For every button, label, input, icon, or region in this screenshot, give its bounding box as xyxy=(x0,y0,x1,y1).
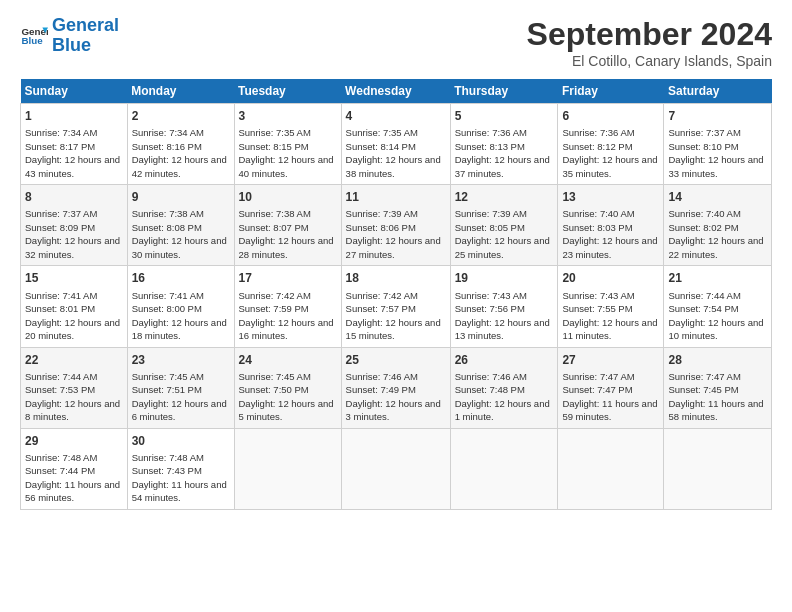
calendar-row-2: 8 Sunrise: 7:37 AMSunset: 8:09 PMDayligh… xyxy=(21,185,772,266)
table-row: 4 Sunrise: 7:35 AMSunset: 8:14 PMDayligh… xyxy=(341,104,450,185)
table-row: 19 Sunrise: 7:43 AMSunset: 7:56 PMDaylig… xyxy=(450,266,558,347)
header-sunday: Sunday xyxy=(21,79,128,104)
header-saturday: Saturday xyxy=(664,79,772,104)
table-row: 26 Sunrise: 7:46 AMSunset: 7:48 PMDaylig… xyxy=(450,347,558,428)
calendar-table: Sunday Monday Tuesday Wednesday Thursday… xyxy=(20,79,772,510)
table-row xyxy=(234,428,341,509)
calendar-header-row: Sunday Monday Tuesday Wednesday Thursday… xyxy=(21,79,772,104)
table-row: 21 Sunrise: 7:44 AMSunset: 7:54 PMDaylig… xyxy=(664,266,772,347)
table-row xyxy=(450,428,558,509)
table-row: 23 Sunrise: 7:45 AMSunset: 7:51 PMDaylig… xyxy=(127,347,234,428)
header-wednesday: Wednesday xyxy=(341,79,450,104)
page: General Blue GeneralBlue September 2024 … xyxy=(0,0,792,612)
logo: General Blue GeneralBlue xyxy=(20,16,119,56)
table-row: 25 Sunrise: 7:46 AMSunset: 7:49 PMDaylig… xyxy=(341,347,450,428)
month-title: September 2024 xyxy=(527,16,772,53)
header-tuesday: Tuesday xyxy=(234,79,341,104)
table-row: 11 Sunrise: 7:39 AMSunset: 8:06 PMDaylig… xyxy=(341,185,450,266)
header-monday: Monday xyxy=(127,79,234,104)
calendar-row-3: 15 Sunrise: 7:41 AMSunset: 8:01 PMDaylig… xyxy=(21,266,772,347)
svg-text:Blue: Blue xyxy=(21,35,43,46)
table-row: 13 Sunrise: 7:40 AMSunset: 8:03 PMDaylig… xyxy=(558,185,664,266)
table-row: 7 Sunrise: 7:37 AMSunset: 8:10 PMDayligh… xyxy=(664,104,772,185)
table-row: 22 Sunrise: 7:44 AMSunset: 7:53 PMDaylig… xyxy=(21,347,128,428)
table-row: 12 Sunrise: 7:39 AMSunset: 8:05 PMDaylig… xyxy=(450,185,558,266)
title-block: September 2024 El Cotillo, Canary Island… xyxy=(527,16,772,69)
logo-icon: General Blue xyxy=(20,22,48,50)
table-row: 9 Sunrise: 7:38 AMSunset: 8:08 PMDayligh… xyxy=(127,185,234,266)
header-thursday: Thursday xyxy=(450,79,558,104)
table-row: 29 Sunrise: 7:48 AMSunset: 7:44 PMDaylig… xyxy=(21,428,128,509)
table-row: 16 Sunrise: 7:41 AMSunset: 8:00 PMDaylig… xyxy=(127,266,234,347)
table-row: 15 Sunrise: 7:41 AMSunset: 8:01 PMDaylig… xyxy=(21,266,128,347)
table-row xyxy=(341,428,450,509)
table-row: 24 Sunrise: 7:45 AMSunset: 7:50 PMDaylig… xyxy=(234,347,341,428)
table-row: 10 Sunrise: 7:38 AMSunset: 8:07 PMDaylig… xyxy=(234,185,341,266)
location: El Cotillo, Canary Islands, Spain xyxy=(527,53,772,69)
table-row: 6 Sunrise: 7:36 AMSunset: 8:12 PMDayligh… xyxy=(558,104,664,185)
table-row: 3 Sunrise: 7:35 AMSunset: 8:15 PMDayligh… xyxy=(234,104,341,185)
header-friday: Friday xyxy=(558,79,664,104)
table-row: 20 Sunrise: 7:43 AMSunset: 7:55 PMDaylig… xyxy=(558,266,664,347)
table-row: 27 Sunrise: 7:47 AMSunset: 7:47 PMDaylig… xyxy=(558,347,664,428)
table-row xyxy=(558,428,664,509)
table-row: 8 Sunrise: 7:37 AMSunset: 8:09 PMDayligh… xyxy=(21,185,128,266)
table-row: 14 Sunrise: 7:40 AMSunset: 8:02 PMDaylig… xyxy=(664,185,772,266)
table-row: 28 Sunrise: 7:47 AMSunset: 7:45 PMDaylig… xyxy=(664,347,772,428)
table-row: 17 Sunrise: 7:42 AMSunset: 7:59 PMDaylig… xyxy=(234,266,341,347)
calendar-row-1: 1 Sunrise: 7:34 AMSunset: 8:17 PMDayligh… xyxy=(21,104,772,185)
table-row: 30 Sunrise: 7:48 AMSunset: 7:43 PMDaylig… xyxy=(127,428,234,509)
table-row: 2 Sunrise: 7:34 AMSunset: 8:16 PMDayligh… xyxy=(127,104,234,185)
calendar-row-4: 22 Sunrise: 7:44 AMSunset: 7:53 PMDaylig… xyxy=(21,347,772,428)
logo-text: GeneralBlue xyxy=(52,16,119,56)
table-row: 1 Sunrise: 7:34 AMSunset: 8:17 PMDayligh… xyxy=(21,104,128,185)
table-row: 5 Sunrise: 7:36 AMSunset: 8:13 PMDayligh… xyxy=(450,104,558,185)
header: General Blue GeneralBlue September 2024 … xyxy=(20,16,772,69)
calendar-row-5: 29 Sunrise: 7:48 AMSunset: 7:44 PMDaylig… xyxy=(21,428,772,509)
table-row: 18 Sunrise: 7:42 AMSunset: 7:57 PMDaylig… xyxy=(341,266,450,347)
table-row xyxy=(664,428,772,509)
